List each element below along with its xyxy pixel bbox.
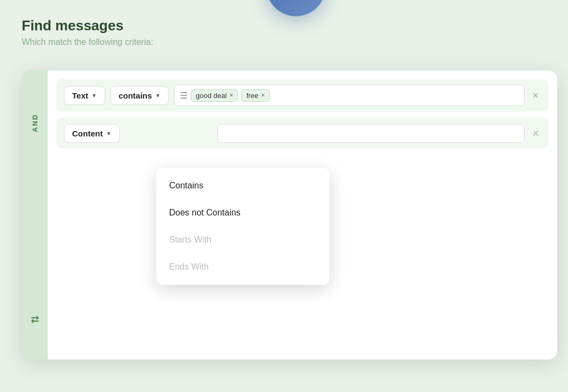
content-text-input[interactable] [217,124,525,143]
filter-row-1: Text ▼ contains ▼ ☰ good deal × free × × [56,79,548,112]
chevron-down-icon-3: ▼ [106,130,112,136]
spinner-circle: / [266,0,326,16]
operator-label: contains [119,91,152,100]
field-label-text: Text [72,91,88,100]
menu-item-does-not-contains[interactable]: Does not Contains [156,199,330,226]
header-section: Find messages Which match the following … [22,17,153,47]
menu-item-starts-with: Starts With [156,226,330,253]
dropdown-menu: Contains Does not Contains Starts With E… [156,168,330,285]
and-label: AND [31,114,39,132]
operator-dropdown-contains[interactable]: contains ▼ [111,86,169,105]
tag-remove-free[interactable]: × [261,92,265,99]
menu-item-ends-with: Ends With [156,253,330,280]
tag-remove-good-deal[interactable]: × [229,92,233,99]
row2-close-button[interactable]: × [530,126,541,141]
tags-area[interactable]: ☰ good deal × free × [174,84,525,106]
tag-text-free: free [246,92,258,100]
row1-close-button[interactable]: × [530,88,541,103]
rows-container: Text ▼ contains ▼ ☰ good deal × free × × [48,70,557,157]
tag-good-deal: good deal × [191,89,238,102]
criteria-subtitle: Which match the following criteria: [22,37,153,47]
menu-item-contains[interactable]: Contains [156,172,330,199]
transfer-icon[interactable]: ⇄ [27,312,42,327]
tag-free: free × [241,89,269,102]
field-dropdown-content[interactable]: Content ▼ [64,124,120,143]
loading-spinner: / [266,0,326,16]
main-card: AND ⇄ Text ▼ contains ▼ ☰ good deal × fr… [22,70,557,360]
filter-row-2: Content ▼ × [56,118,548,148]
chevron-down-icon-2: ▼ [155,93,160,99]
tag-text: good deal [196,92,227,100]
field-label-content: Content [72,129,103,138]
field-dropdown-text[interactable]: Text ▼ [64,86,105,105]
chevron-down-icon: ▼ [92,93,97,99]
tick-marks [255,0,337,27]
page-title: Find messages [22,17,153,34]
list-icon[interactable]: ☰ [180,90,188,101]
and-sidebar: AND ⇄ [22,70,48,360]
